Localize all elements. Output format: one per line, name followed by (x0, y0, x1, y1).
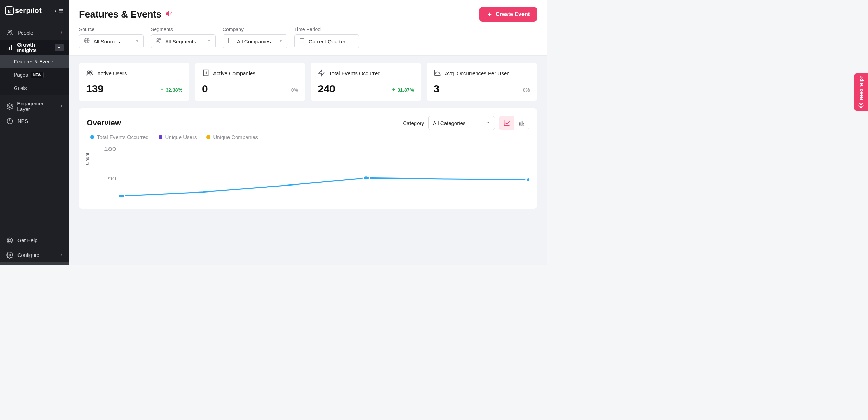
nav-item-growth-insights[interactable]: Growth Insights (0, 40, 69, 55)
chart-y-axis-title: Count (85, 153, 90, 165)
stat-title: Total Events Occurred (329, 70, 381, 77)
menu-icon (58, 8, 64, 13)
dropdown-value: All Sources (93, 38, 132, 44)
stat-delta: 31.87% (391, 87, 414, 93)
bar-chart-icon (6, 44, 14, 51)
lifebuoy-icon (6, 237, 14, 244)
svg-point-70 (363, 176, 369, 180)
overview-controls: Category All Categories (403, 116, 529, 130)
line-chart: 180 90 (87, 142, 529, 209)
dropdown-value: Current Quarter (309, 38, 355, 44)
nav-subitem-features-events[interactable]: Features & Events (0, 55, 69, 68)
gear-icon (6, 252, 14, 259)
plus-icon (486, 11, 493, 18)
distribution-icon (434, 69, 441, 78)
company-dropdown[interactable]: All Companies (223, 34, 287, 48)
legend-item[interactable]: Unique Users (159, 134, 197, 140)
gauge-icon (6, 118, 14, 125)
calendar-icon (299, 37, 305, 45)
building-icon (202, 69, 210, 78)
svg-marker-30 (208, 41, 210, 42)
stat-value: 240 (318, 83, 335, 95)
caret-down-icon (135, 38, 139, 44)
nav-subitem-pages[interactable]: Pages NEW (0, 68, 69, 82)
nav-subitem-goals[interactable]: Goals (0, 82, 69, 95)
segments-dropdown[interactable]: All Segments (151, 34, 216, 48)
category-label: Category (403, 120, 424, 126)
page-header: Features & Events Create Event (69, 0, 547, 25)
nav-item-get-help[interactable]: Get Help (0, 233, 69, 248)
svg-marker-38 (280, 41, 282, 42)
svg-marker-27 (136, 41, 138, 42)
users-icon (155, 37, 162, 45)
chevron-right-icon (59, 252, 64, 258)
svg-point-69 (118, 194, 125, 198)
content-area: Active Users 139 32.38% Active Companies (69, 56, 547, 265)
nav-item-people[interactable]: People (0, 26, 69, 40)
bar-chart-icon (518, 119, 525, 126)
stat-card-avg-occurrences: Avg. Occurrences Per User 3 0% (427, 63, 537, 101)
new-badge: NEW (31, 72, 44, 78)
bar-chart-toggle[interactable] (514, 116, 529, 130)
caret-down-icon (486, 120, 490, 126)
filter-label-source: Source (79, 27, 144, 32)
time-period-dropdown[interactable]: Current Quarter (294, 34, 359, 48)
overview-header: Overview Category All Categories (87, 116, 529, 130)
source-dropdown[interactable]: All Sources (79, 34, 144, 48)
logo[interactable]: u serpilot (5, 6, 42, 15)
svg-point-28 (157, 39, 159, 41)
create-event-button[interactable]: Create Event (479, 7, 537, 22)
nav-label: People (18, 30, 59, 36)
category-dropdown[interactable]: All Categories (428, 116, 495, 130)
svg-point-44 (90, 71, 92, 73)
megaphone-icon (165, 10, 173, 19)
chart-legend: Total Events Occurred Unique Users Uniqu… (87, 134, 529, 140)
svg-rect-39 (300, 39, 304, 43)
nav-subitems: Features & Events Pages NEW Goals (0, 55, 69, 95)
svg-rect-31 (229, 38, 232, 43)
nav-subitem-label: Features & Events (14, 59, 54, 64)
line-chart-icon (503, 119, 510, 126)
bolt-icon (318, 69, 326, 78)
stat-delta: 0% (285, 87, 298, 93)
svg-point-3 (8, 31, 10, 33)
svg-line-19 (171, 11, 171, 11)
stat-title: Active Companies (213, 70, 255, 77)
sidebar-collapse-button[interactable] (54, 8, 64, 13)
caret-down-icon (279, 38, 283, 44)
stat-value: 3 (434, 83, 440, 95)
line-chart-toggle[interactable] (499, 116, 514, 130)
legend-dot (90, 135, 94, 139)
building-icon (227, 37, 233, 45)
svg-line-16 (8, 241, 9, 243)
dash-icon (517, 88, 522, 92)
stat-delta: 32.38% (160, 87, 182, 93)
svg-line-21 (171, 14, 171, 14)
nav-subitem-label: Pages (14, 72, 28, 78)
nav-item-nps[interactable]: NPS (0, 114, 69, 128)
users-icon (86, 69, 94, 78)
chevron-up-icon (55, 44, 64, 51)
svg-line-15 (11, 238, 12, 239)
filter-label-company: Company (223, 27, 287, 32)
logo-text: serpilot (15, 7, 42, 15)
legend-item[interactable]: Unique Companies (206, 134, 258, 140)
stat-card-active-companies: Active Companies 0 0% (195, 63, 305, 101)
nav: People Growth Insights Features & Events… (0, 23, 69, 128)
nav-item-engagement-layer[interactable]: Engagement Layer (0, 99, 69, 114)
svg-rect-46 (204, 70, 208, 76)
page-title-row: Features & Events (79, 9, 173, 20)
legend-label: Total Events Occurred (97, 134, 149, 140)
stat-card-active-users: Active Users 139 32.38% (79, 63, 189, 101)
svg-text:180: 180 (104, 147, 117, 152)
overview-title: Overview (87, 118, 121, 127)
legend-dot (159, 135, 162, 139)
svg-point-43 (88, 71, 90, 73)
legend-label: Unique Users (165, 134, 197, 140)
arrow-up-icon (391, 88, 396, 92)
people-icon (6, 29, 14, 36)
nav-item-configure[interactable]: Configure (0, 248, 69, 262)
logo-mark: u (5, 6, 14, 15)
legend-item[interactable]: Total Events Occurred (90, 134, 149, 140)
filter-label-segments: Segments (151, 27, 216, 32)
